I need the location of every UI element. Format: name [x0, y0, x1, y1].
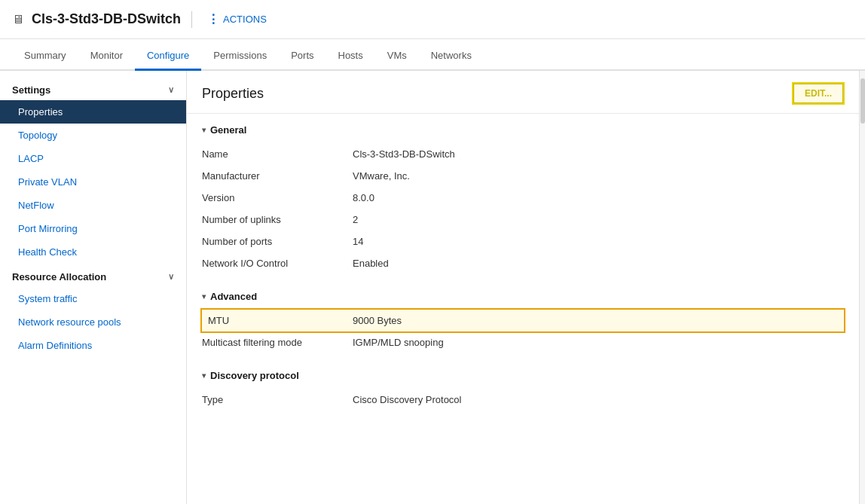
general-section-label: General: [210, 124, 246, 136]
actions-label: ACTIONS: [223, 14, 267, 25]
settings-chevron-icon: ∨: [168, 85, 174, 95]
sidebar-item-lacp[interactable]: LACP: [0, 147, 186, 170]
actions-button[interactable]: ⋮ ACTIONS: [203, 9, 271, 29]
advanced-section-label: Advanced: [210, 291, 257, 302]
page-title: Cls-3-Std3-DB-DSwitch: [32, 11, 181, 27]
prop-value-manufacturer: VMware, Inc.: [353, 165, 844, 187]
discovery-properties-table: Type Cisco Discovery Protocol: [202, 389, 844, 411]
discovery-chevron-icon: ▾: [202, 371, 206, 380]
prop-value-nio-control: Enabled: [353, 252, 844, 274]
general-chevron-icon: ▾: [202, 126, 206, 134]
sidebar-item-topology[interactable]: Topology: [0, 124, 186, 147]
prop-row-mtu: MTU 9000 Bytes: [202, 310, 844, 331]
prop-label-version: Version: [202, 187, 353, 209]
content-area: Properties EDIT... ▾ General Name Cls-3-…: [187, 71, 859, 504]
settings-section-header[interactable]: Settings ∨: [0, 77, 186, 100]
sidebar: Settings ∨ Properties Topology LACP Priv…: [0, 71, 187, 504]
resource-chevron-icon: ∨: [168, 272, 174, 282]
tab-bar: Summary Monitor Configure Permissions Po…: [0, 39, 865, 71]
prop-label-uplinks: Number of uplinks: [202, 209, 353, 231]
tab-configure[interactable]: Configure: [135, 42, 201, 71]
content-title: Properties: [202, 86, 264, 102]
scrollbar-track: [859, 71, 865, 504]
prop-label-multicast: Multicast filtering mode: [202, 331, 353, 353]
tab-summary[interactable]: Summary: [12, 42, 78, 71]
prop-label-name: Name: [202, 143, 353, 165]
tab-hosts[interactable]: Hosts: [326, 42, 375, 71]
resource-section-label: Resource Allocation: [12, 271, 106, 283]
prop-row-type: Type Cisco Discovery Protocol: [202, 389, 844, 411]
scrollbar-thumb[interactable]: [860, 78, 865, 124]
prop-row-version: Version 8.0.0: [202, 187, 844, 209]
prop-row-ports: Number of ports 14: [202, 231, 844, 252]
sidebar-item-health-check[interactable]: Health Check: [0, 240, 186, 264]
advanced-section-header[interactable]: ▾ Advanced: [202, 280, 844, 310]
general-properties-table: Name Cls-3-Std3-DB-DSwitch Manufacturer …: [202, 143, 844, 274]
tab-permissions[interactable]: Permissions: [201, 42, 279, 71]
general-section-header[interactable]: ▾ General: [202, 114, 844, 143]
actions-dots-icon: ⋮: [207, 12, 220, 26]
sidebar-item-properties[interactable]: Properties: [0, 100, 186, 124]
prop-value-multicast: IGMP/MLD snooping: [353, 331, 844, 353]
prop-label-type: Type: [202, 389, 353, 411]
prop-label-ports: Number of ports: [202, 231, 353, 252]
prop-value-mtu: 9000 Bytes: [353, 310, 844, 331]
sidebar-item-netflow[interactable]: NetFlow: [0, 194, 186, 217]
advanced-chevron-icon: ▾: [202, 292, 206, 301]
content-header: Properties EDIT...: [187, 71, 859, 114]
tab-monitor[interactable]: Monitor: [78, 42, 135, 71]
general-section: ▾ General Name Cls-3-Std3-DB-DSwitch Man…: [187, 114, 859, 280]
prop-row-name: Name Cls-3-Std3-DB-DSwitch: [202, 143, 844, 165]
prop-value-version: 8.0.0: [353, 187, 844, 209]
prop-row-uplinks: Number of uplinks 2: [202, 209, 844, 231]
prop-label-mtu: MTU: [202, 310, 353, 331]
prop-label-nio-control: Network I/O Control: [202, 252, 353, 274]
tab-ports[interactable]: Ports: [279, 42, 326, 71]
prop-row-manufacturer: Manufacturer VMware, Inc.: [202, 165, 844, 187]
title-bar: 🖥 Cls-3-Std3-DB-DSwitch ⋮ ACTIONS: [0, 0, 865, 39]
title-divider: [191, 11, 192, 28]
sidebar-item-alarm-definitions[interactable]: Alarm Definitions: [0, 334, 186, 357]
resource-section-header[interactable]: Resource Allocation ∨: [0, 264, 186, 287]
sidebar-item-private-vlan[interactable]: Private VLAN: [0, 170, 186, 194]
settings-section-label: Settings: [12, 84, 50, 96]
prop-row-multicast: Multicast filtering mode IGMP/MLD snoopi…: [202, 331, 844, 353]
advanced-properties-table: MTU 9000 Bytes Multicast filtering mode …: [202, 310, 844, 353]
main-layout: Settings ∨ Properties Topology LACP Priv…: [0, 71, 865, 504]
sidebar-item-network-resource-pools[interactable]: Network resource pools: [0, 310, 186, 334]
discovery-section-header[interactable]: ▾ Discovery protocol: [202, 359, 844, 389]
tab-vms[interactable]: VMs: [375, 42, 419, 71]
switch-icon: 🖥: [12, 13, 24, 26]
prop-value-ports: 14: [353, 231, 844, 252]
prop-value-name: Cls-3-Std3-DB-DSwitch: [353, 143, 844, 165]
advanced-section: ▾ Advanced MTU 9000 Bytes Multicast filt…: [187, 280, 859, 359]
discovery-section: ▾ Discovery protocol Type Cisco Discover…: [187, 359, 859, 417]
prop-row-nio-control: Network I/O Control Enabled: [202, 252, 844, 274]
tab-networks[interactable]: Networks: [419, 42, 484, 71]
prop-value-uplinks: 2: [353, 209, 844, 231]
sidebar-item-system-traffic[interactable]: System traffic: [0, 287, 186, 310]
edit-button[interactable]: EDIT...: [793, 83, 844, 104]
prop-value-type: Cisco Discovery Protocol: [353, 389, 844, 411]
prop-label-manufacturer: Manufacturer: [202, 165, 353, 187]
sidebar-item-port-mirroring[interactable]: Port Mirroring: [0, 217, 186, 240]
discovery-section-label: Discovery protocol: [210, 370, 299, 381]
